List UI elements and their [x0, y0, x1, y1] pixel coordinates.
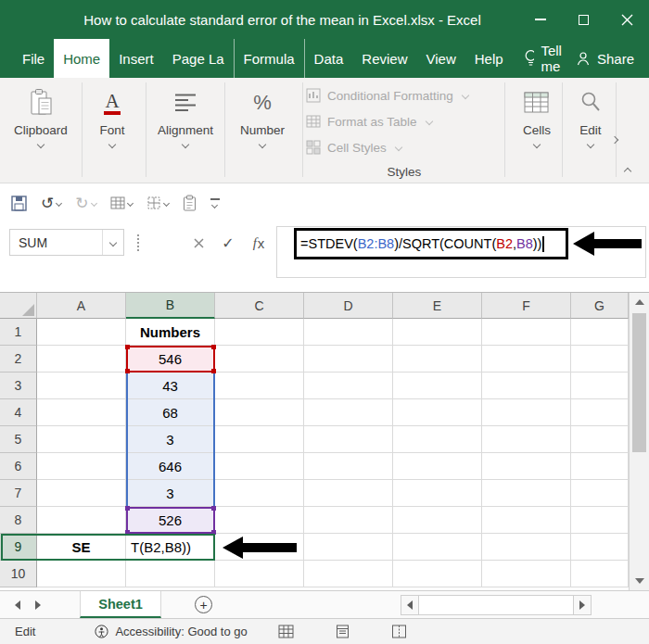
cell-G9[interactable]: [571, 534, 629, 561]
cell-A4[interactable]: [37, 399, 126, 426]
cell-D6[interactable]: [304, 453, 393, 480]
redo-button[interactable]: ↻: [75, 196, 95, 211]
row-header-6[interactable]: 6: [0, 453, 37, 480]
cell-G3[interactable]: [571, 373, 629, 399]
column-header-E[interactable]: E: [393, 293, 482, 319]
maximize-button[interactable]: [562, 0, 605, 39]
row-header-4[interactable]: 4: [0, 399, 37, 426]
cell-B2[interactable]: 546: [126, 346, 215, 373]
cell-B7[interactable]: 3: [126, 480, 215, 507]
formula-bar-drag-handle[interactable]: [137, 234, 139, 251]
cell-C7[interactable]: [215, 480, 304, 507]
cell-A1[interactable]: [37, 319, 126, 346]
row-header-5[interactable]: 5: [0, 426, 37, 453]
customize-qat-button[interactable]: [210, 198, 220, 208]
horizontal-scrollbar[interactable]: [401, 595, 592, 615]
cell-D1[interactable]: [304, 319, 393, 346]
cell-E7[interactable]: [393, 480, 482, 507]
cell-C2[interactable]: [215, 346, 304, 373]
sheet-nav-right-icon[interactable]: [35, 600, 41, 610]
cell-G8[interactable]: [571, 507, 629, 534]
row-header-10[interactable]: 10: [0, 561, 37, 587]
cell-B4[interactable]: 68: [126, 399, 215, 426]
column-header-A[interactable]: A: [37, 293, 126, 319]
cell-D9[interactable]: [304, 534, 393, 561]
cell-A7[interactable]: [37, 480, 126, 507]
cell-G10[interactable]: [571, 561, 629, 587]
format-as-table-button[interactable]: Format as Table: [306, 108, 503, 134]
cell-E5[interactable]: [393, 426, 482, 453]
row-header-1[interactable]: 1: [0, 319, 37, 346]
cell-F8[interactable]: [482, 507, 571, 534]
cell-B10[interactable]: [126, 561, 215, 587]
column-header-D[interactable]: D: [304, 293, 393, 319]
conditional-formatting-button[interactable]: Conditional Formatting: [306, 82, 503, 108]
cell-E2[interactable]: [393, 346, 482, 373]
qat-table-tool-button[interactable]: [110, 196, 133, 210]
cell-A6[interactable]: [37, 453, 126, 480]
cell-G1[interactable]: [571, 319, 629, 346]
accessibility-status[interactable]: Accessibility: Good to go: [95, 625, 247, 638]
tab-formulas[interactable]: Formula: [235, 39, 305, 78]
normal-view-icon[interactable]: [278, 625, 294, 638]
cell-B9[interactable]: T(B2,B8)): [126, 534, 215, 561]
tab-data[interactable]: Data: [305, 39, 353, 78]
cell-G6[interactable]: [571, 453, 629, 480]
scroll-left-button[interactable]: [401, 595, 419, 615]
row-header-3[interactable]: 3: [0, 373, 37, 399]
cell-C10[interactable]: [215, 561, 304, 587]
cell-F4[interactable]: [482, 399, 571, 426]
collapse-ribbon-icon[interactable]: [624, 168, 631, 175]
qat-paste-button[interactable]: [183, 195, 197, 211]
tab-view[interactable]: View: [416, 39, 464, 78]
horizontal-scroll-thumb[interactable]: [419, 595, 573, 615]
cell-E6[interactable]: [393, 453, 482, 480]
undo-button[interactable]: ↺: [41, 196, 61, 211]
cell-B1[interactable]: Numbers: [126, 319, 215, 346]
row-header-2[interactable]: 2: [0, 346, 37, 373]
cell-D10[interactable]: [304, 561, 393, 587]
tab-insert[interactable]: Insert: [109, 39, 163, 78]
cell-A3[interactable]: [37, 373, 126, 399]
sheet-tab-sheet1[interactable]: Sheet1: [80, 591, 161, 618]
cell-F5[interactable]: [482, 426, 571, 453]
cell-C8[interactable]: [215, 507, 304, 534]
tell-me-button[interactable]: Tell me: [524, 39, 576, 78]
cell-D3[interactable]: [304, 373, 393, 399]
cell-A10[interactable]: [37, 561, 126, 587]
formula-input[interactable]: =STDEV(B2:B8)/SQRT(COUNT(B2,B8)): [294, 228, 568, 259]
cell-C4[interactable]: [215, 399, 304, 426]
minimize-button[interactable]: [518, 0, 562, 39]
cell-E8[interactable]: [393, 507, 482, 534]
ribbon-group-font[interactable]: A Font: [85, 83, 139, 147]
tab-home[interactable]: Home: [54, 39, 109, 78]
scroll-right-button[interactable]: [573, 595, 592, 615]
cell-C5[interactable]: [215, 426, 304, 453]
ribbon-group-alignment[interactable]: Alignment: [151, 83, 220, 147]
cell-G7[interactable]: [571, 480, 629, 507]
cell-E4[interactable]: [393, 399, 482, 426]
column-header-B[interactable]: B: [126, 293, 215, 319]
page-break-view-icon[interactable]: [391, 625, 407, 638]
cell-B8[interactable]: 526: [126, 507, 215, 534]
cell-B5[interactable]: 3: [126, 426, 215, 453]
cell-A8[interactable]: [37, 507, 126, 534]
cell-styles-button[interactable]: Cell Styles: [306, 134, 503, 160]
page-layout-view-icon[interactable]: [335, 625, 350, 638]
tab-review[interactable]: Review: [352, 39, 416, 78]
cell-E1[interactable]: [393, 319, 482, 346]
row-header-8[interactable]: 8: [0, 507, 37, 534]
select-all-button[interactable]: [0, 293, 37, 319]
cell-E10[interactable]: [393, 561, 482, 587]
cell-C1[interactable]: [215, 319, 304, 346]
cell-F2[interactable]: [482, 346, 571, 373]
cell-C3[interactable]: [215, 373, 304, 399]
cell-D8[interactable]: [304, 507, 393, 534]
cell-G2[interactable]: [571, 346, 629, 373]
save-button[interactable]: [11, 196, 27, 211]
row-header-9[interactable]: 9: [0, 534, 37, 561]
cell-F6[interactable]: [482, 453, 571, 480]
cell-D2[interactable]: [304, 346, 393, 373]
tab-page-layout[interactable]: Page La: [163, 39, 235, 78]
vertical-scroll-thumb[interactable]: [632, 313, 646, 452]
